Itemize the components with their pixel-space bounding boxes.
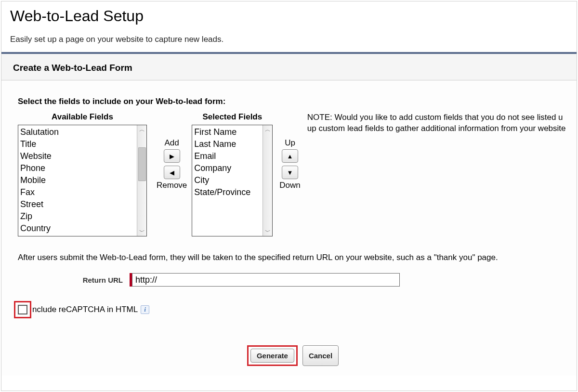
triangle-left-icon: ◀ (170, 169, 174, 176)
selected-scrollbar[interactable]: ︿ ﹀ (263, 125, 272, 236)
add-button[interactable]: ▶ (164, 149, 180, 163)
page-container: Web-to-Lead Setup Easily set up a page o… (1, 1, 577, 391)
available-fields-column: Available Fields Salutation Title Websit… (18, 112, 147, 236)
list-item[interactable]: Street (20, 198, 135, 210)
move-down-button[interactable]: ▼ (282, 166, 298, 179)
move-up-button[interactable]: ▲ (282, 149, 298, 163)
remove-label: Remove (157, 181, 187, 190)
field-picker: Available Fields Salutation Title Websit… (18, 112, 568, 236)
add-label: Add (165, 138, 179, 148)
triangle-down-icon: ▼ (287, 169, 293, 176)
order-controls: Up ▲ ▼ Down (273, 112, 307, 190)
selected-fields-items[interactable]: First Name Last Name Email Company City … (192, 125, 263, 236)
list-item[interactable]: Title (20, 138, 135, 150)
scrollbar-thumb[interactable] (138, 147, 146, 181)
custom-fields-note: NOTE: Would you like to add custom field… (307, 112, 568, 134)
list-item[interactable]: Last Name (194, 138, 261, 150)
selected-fields-header: Selected Fields (202, 112, 262, 122)
list-item[interactable]: Mobile (20, 174, 135, 186)
list-item[interactable]: Fax (20, 186, 135, 198)
highlight-box: Generate (247, 345, 298, 366)
list-item[interactable]: Company (194, 162, 261, 174)
available-fields-listbox[interactable]: Salutation Title Website Phone Mobile Fa… (18, 125, 147, 236)
add-remove-controls: Add ▶ ◀ Remove (147, 112, 192, 190)
selected-fields-column: Selected Fields First Name Last Name Ema… (192, 112, 273, 236)
list-item[interactable]: Website (20, 150, 135, 162)
page-subtitle: Easily set up a page on your website to … (10, 35, 577, 44)
available-fields-header: Available Fields (52, 112, 113, 122)
list-item[interactable]: Salutation (20, 126, 135, 138)
info-icon[interactable]: i (141, 305, 149, 314)
available-fields-items[interactable]: Salutation Title Website Phone Mobile Fa… (18, 125, 137, 236)
available-scrollbar[interactable]: ︿ ﹀ (137, 125, 146, 236)
chevron-down-icon[interactable]: ﹀ (265, 228, 271, 235)
note-line: NOTE: Would you like to add custom field… (307, 112, 568, 123)
list-item[interactable]: Phone (20, 162, 135, 174)
form-panel-body: Select the fields to include on your Web… (1, 80, 577, 376)
chevron-down-icon[interactable]: ﹀ (139, 228, 145, 235)
up-label: Up (285, 138, 295, 148)
field-select-instruction: Select the fields to include on your Web… (18, 97, 568, 106)
return-url-row: Return URL (18, 273, 568, 287)
return-url-description: After users submit the Web-to-Lead form,… (18, 253, 568, 262)
recaptcha-label: nclude reCAPTCHA in HTML (32, 305, 138, 314)
page-title: Web-to-Lead Setup (10, 7, 577, 25)
list-item[interactable]: Zip (20, 210, 135, 222)
generate-button[interactable]: Generate (250, 349, 294, 363)
action-buttons: Generate Cancel (18, 345, 568, 366)
triangle-right-icon: ▶ (170, 153, 174, 160)
cancel-button[interactable]: Cancel (302, 345, 339, 366)
list-item[interactable]: First Name (194, 126, 261, 138)
return-url-input[interactable] (132, 273, 400, 287)
list-item[interactable]: City (194, 174, 261, 186)
return-url-label: Return URL (18, 276, 123, 284)
recaptcha-row: nclude reCAPTCHA in HTML i (14, 301, 568, 318)
list-item[interactable]: Country (20, 222, 135, 235)
list-item[interactable]: Email (194, 150, 261, 162)
chevron-up-icon[interactable]: ︿ (139, 126, 145, 133)
required-field-indicator (130, 273, 400, 287)
recaptcha-checkbox[interactable] (18, 305, 27, 314)
highlight-box (14, 301, 31, 318)
list-item[interactable]: State/Province (194, 186, 261, 198)
form-panel: Create a Web-to-Lead Form Select the fie… (1, 52, 577, 376)
triangle-up-icon: ▲ (287, 153, 293, 160)
selected-fields-listbox[interactable]: First Name Last Name Email Company City … (192, 125, 273, 236)
form-panel-header: Create a Web-to-Lead Form (1, 54, 577, 80)
note-line: up custom lead fields to gather addition… (307, 123, 568, 134)
chevron-up-icon[interactable]: ︿ (265, 126, 271, 133)
remove-button[interactable]: ◀ (164, 166, 180, 179)
down-label: Down (279, 181, 300, 190)
